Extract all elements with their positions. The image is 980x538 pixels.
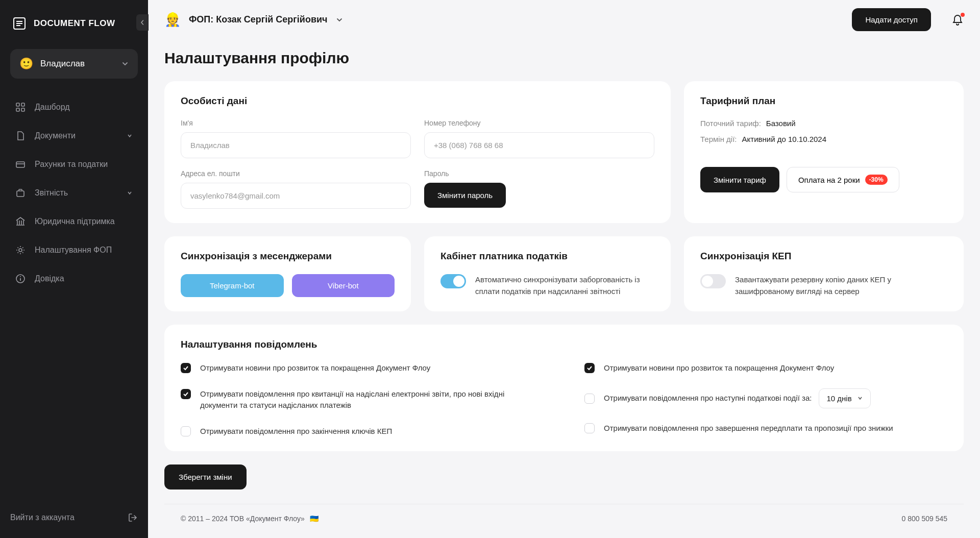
- plan-current-value: Базовий: [766, 119, 796, 128]
- notif-checkbox-4[interactable]: [584, 394, 595, 404]
- grant-access-button[interactable]: Надати доступ: [852, 8, 931, 31]
- save-button[interactable]: Зберегти зміни: [164, 464, 247, 490]
- chevron-down-icon: [857, 395, 863, 401]
- nav-label: Дашборд: [35, 103, 70, 112]
- notif-checkbox-3[interactable]: [584, 363, 595, 373]
- notif-checkbox-5[interactable]: [584, 423, 595, 433]
- change-plan-button[interactable]: Змінити тариф: [700, 167, 779, 192]
- svg-point-11: [19, 249, 22, 252]
- change-password-button[interactable]: Змінити пароль: [424, 183, 506, 208]
- svg-rect-7: [21, 108, 24, 111]
- name-label: Ім'я: [181, 119, 411, 127]
- footer-copyright: © 2011 – 2024 ТОВ «Документ Флоу»: [181, 515, 305, 523]
- card-heading: Синхронізація КЕП: [700, 251, 947, 262]
- nav-label: Рахунки та податки: [35, 160, 108, 169]
- nav-reports[interactable]: Звітність: [6, 179, 142, 207]
- notif-label: Отримувати повідомлення про завершення п…: [604, 423, 893, 434]
- taxpayer-card: Кабінет платника податків Автоматично си…: [424, 236, 671, 311]
- viber-bot-button[interactable]: Viber-bot: [292, 274, 395, 297]
- svg-rect-10: [17, 191, 24, 197]
- gear-icon: [15, 245, 26, 255]
- svg-rect-8: [16, 162, 24, 167]
- footer-phone: 0 800 509 545: [901, 515, 947, 523]
- logout-icon: [128, 512, 138, 523]
- card-heading: Тарифний план: [700, 95, 947, 107]
- notif-checkbox-2[interactable]: [181, 426, 191, 436]
- bank-icon: [15, 216, 26, 227]
- card-heading: Налаштування повідомлень: [181, 339, 947, 350]
- user-name: Владислав: [40, 59, 114, 69]
- logo-icon: [12, 16, 27, 31]
- chevron-down-icon[interactable]: [336, 16, 343, 23]
- notif-label: Отримувати новини про розвиток та покращ…: [200, 362, 430, 374]
- svg-point-14: [20, 276, 21, 277]
- main: 👷 ФОП: Козак Сергій Сергійович Надати до…: [148, 0, 980, 538]
- nav-label: Документи: [35, 131, 76, 140]
- card-heading: Синхронізація з месенджерами: [181, 251, 395, 262]
- nav-label: Юридична підтримка: [35, 217, 115, 226]
- personal-data-card: Особисті дані Ім'я Номер телефону Адреса…: [164, 81, 671, 223]
- kep-sync-toggle[interactable]: [700, 274, 726, 288]
- notif-days-select[interactable]: 10 днів: [819, 388, 870, 408]
- chevron-left-icon: [140, 20, 145, 25]
- nav-legal[interactable]: Юридична підтримка: [6, 207, 142, 236]
- chevron-down-icon: [127, 133, 133, 139]
- kep-sync-text: Завантажувати резервну копію даних КЕП у…: [735, 274, 947, 297]
- user-card[interactable]: 🙂 Владислав: [10, 49, 138, 79]
- pay-2y-label: Оплата на 2 роки: [798, 176, 860, 184]
- chevron-down-icon: [121, 60, 129, 67]
- logout-label: Вийти з аккаунта: [10, 513, 75, 522]
- notifications-card: Налаштування повідомлень Отримувати нови…: [164, 325, 964, 451]
- logout-button[interactable]: Вийти з аккаунта: [0, 512, 148, 538]
- telegram-bot-button[interactable]: Telegram-bot: [181, 274, 284, 297]
- notif-label: Отримувати повідомлення про закінчення к…: [200, 426, 392, 437]
- notification-dot: [961, 13, 965, 17]
- svg-rect-6: [16, 108, 19, 111]
- chevron-down-icon: [127, 190, 133, 196]
- sidebar-collapse-button[interactable]: [136, 14, 149, 31]
- taxpayer-sync-toggle[interactable]: [440, 274, 466, 288]
- page-title: Налаштування профілю: [164, 50, 964, 67]
- flag-icon: 🇺🇦: [310, 515, 318, 523]
- phone-input[interactable]: [424, 132, 654, 158]
- nav-settings-fop[interactable]: Налаштування ФОП: [6, 236, 142, 264]
- nav-label: Довідка: [35, 274, 64, 283]
- footer: © 2011 – 2024 ТОВ «Документ Флоу» 🇺🇦 0 8…: [164, 504, 964, 535]
- sidebar: DOCUMENT FLOW 🙂 Владислав Дашборд Докуме…: [0, 0, 148, 538]
- topbar: 👷 ФОП: Козак Сергій Сергійович Надати до…: [148, 0, 980, 39]
- nav-documents[interactable]: Документи: [6, 121, 142, 150]
- briefcase-icon: [15, 188, 26, 198]
- plan-term-value: Активний до 10.10.2024: [742, 135, 827, 143]
- notif-label: Отримувати новини про розвиток та покращ…: [604, 362, 834, 374]
- messenger-sync-card: Синхронізація з месенджерами Telegram-bo…: [164, 236, 411, 311]
- document-icon: [15, 131, 26, 141]
- notif-label: Отримувати повідомлення про квитанції на…: [200, 388, 544, 411]
- org-avatar-emoji: 👷: [164, 12, 181, 28]
- nav-help[interactable]: Довідка: [6, 264, 142, 293]
- nav-invoices[interactable]: Рахунки та податки: [6, 150, 142, 179]
- discount-badge: -30%: [865, 175, 888, 185]
- nav: Дашборд Документи Рахунки та податки Зві…: [0, 93, 148, 512]
- nav-dashboard[interactable]: Дашборд: [6, 93, 142, 121]
- nav-label: Налаштування ФОП: [35, 246, 112, 255]
- select-value: 10 днів: [826, 394, 851, 403]
- password-label: Пароль: [424, 169, 654, 178]
- email-input[interactable]: [181, 183, 411, 209]
- plan-current-label: Поточний тариф:: [700, 119, 761, 128]
- nav-label: Звітність: [35, 188, 68, 198]
- taxpayer-sync-text: Автоматично синхронізувати заборгованіст…: [475, 274, 654, 297]
- notifications-button[interactable]: [951, 14, 964, 26]
- info-icon: [15, 274, 26, 284]
- user-avatar-emoji: 🙂: [19, 57, 33, 70]
- plan-term-label: Термін дії:: [700, 135, 737, 143]
- logo[interactable]: DOCUMENT FLOW: [0, 0, 148, 49]
- card-icon: [15, 159, 26, 169]
- org-name: ФОП: Козак Сергій Сергійович: [189, 14, 328, 25]
- notif-checkbox-0[interactable]: [181, 363, 191, 373]
- notif-checkbox-1[interactable]: [181, 389, 191, 399]
- pay-2y-button[interactable]: Оплата на 2 роки -30%: [787, 167, 899, 192]
- name-input[interactable]: [181, 132, 411, 158]
- kep-sync-card: Синхронізація КЕП Завантажувати резервну…: [684, 236, 964, 311]
- notif-label: Отримувати повідомлення про наступні под…: [604, 393, 812, 404]
- logo-text: DOCUMENT FLOW: [34, 18, 115, 29]
